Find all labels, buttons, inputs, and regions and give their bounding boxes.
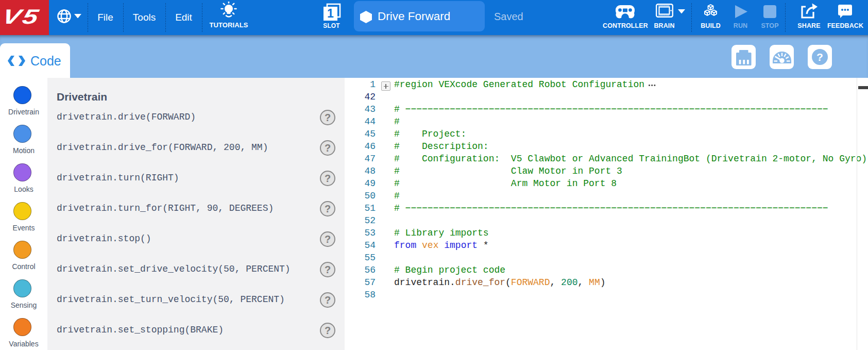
svg-text:1: 1 <box>327 7 334 20</box>
